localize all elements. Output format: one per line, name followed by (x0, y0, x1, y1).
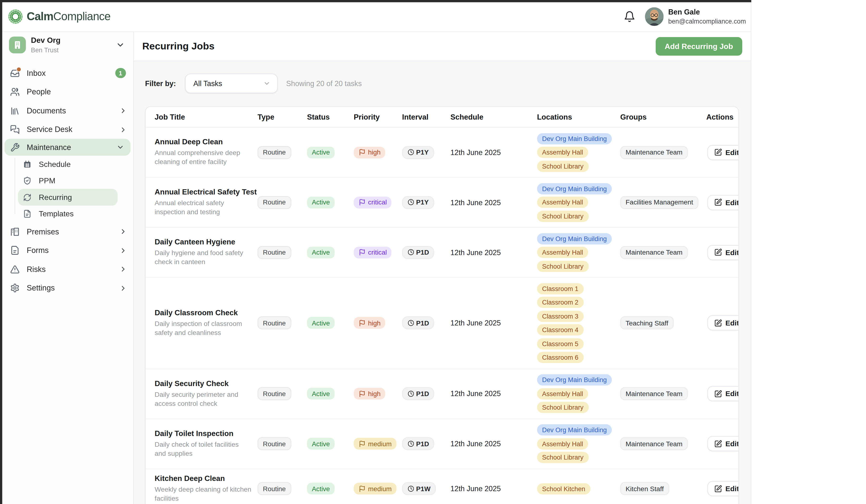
column-header-groups: Groups (620, 113, 706, 121)
job-title-cell: Daily Toilet Inspection Daily check of t… (155, 429, 258, 458)
sidebar-item-maintenance[interactable]: Maintenance (4, 139, 130, 156)
sidebar-item-premises[interactable]: Premises (2, 222, 133, 241)
chevron-down-icon (263, 80, 270, 87)
edit-button[interactable]: Edit (707, 195, 739, 210)
locations-cell: Dev Org Main BuildingAssembly HallSchool… (537, 183, 620, 221)
group-badge: Maintenance Team (620, 146, 688, 159)
job-description: Daily hygiene and food safety check in c… (155, 249, 252, 267)
location-chip: Dev Org Main Building (537, 233, 612, 244)
location-chip: Dev Org Main Building (537, 424, 612, 436)
status-badge: Active (307, 196, 335, 208)
sidebar-item-label: Risks (27, 265, 112, 273)
group-badge: Facilities Management (620, 196, 699, 209)
chat-icon-wrap (10, 125, 20, 134)
job-title: Annual Electrical Safety Test (155, 188, 258, 196)
people-icon (10, 87, 20, 97)
user-avatar[interactable] (645, 7, 664, 26)
chat-icon (10, 125, 20, 134)
app-logo[interactable]: CalmCompliance (7, 9, 111, 25)
sidebar-item-forms[interactable]: Forms (2, 241, 133, 260)
location-chip: School Library (537, 261, 588, 272)
edit-button[interactable]: Edit (707, 386, 739, 401)
calendar-icon-wrap (23, 160, 31, 168)
task-filter-select[interactable]: All Tasks (185, 74, 278, 93)
column-header-status: Status (307, 113, 354, 121)
org-name: Dev Org (31, 37, 110, 45)
add-recurring-job-button[interactable]: Add Recurring Job (656, 37, 742, 55)
table-row-annual-deep-clean: Annual Deep Clean Annual comprehensive d… (146, 128, 738, 177)
priority-badge: critical (354, 246, 392, 258)
flag-icon (358, 485, 365, 492)
flag-icon (358, 390, 365, 397)
page-title: Recurring Jobs (142, 40, 214, 52)
window-frame-top (0, 0, 751, 2)
sidebar-item-label: People (27, 88, 128, 96)
locations-cell: Dev Org Main BuildingAssembly HallSchool… (537, 374, 620, 413)
alert-triangle-icon-wrap (10, 265, 20, 274)
inbox-count-badge: 1 (115, 68, 126, 79)
flag-icon (358, 149, 365, 156)
user-email: ben@calmcompliance.com (668, 18, 746, 25)
user-name: Ben Gale (668, 8, 746, 16)
column-header-interval: Interval (402, 113, 451, 121)
edit-button[interactable]: Edit (707, 245, 739, 260)
schedule-date: 12th June 2025 (451, 484, 537, 493)
edit-button[interactable]: Edit (707, 481, 739, 496)
logo-swirl-icon (7, 9, 24, 25)
sidebar-item-settings[interactable]: Settings (2, 279, 133, 297)
file-icon (23, 210, 31, 218)
job-title: Daily Classroom Check (155, 308, 258, 317)
org-icon (9, 37, 26, 54)
interval-badge: P1Y (402, 196, 434, 209)
location-chip: Classroom 1 (537, 283, 584, 294)
sidebar-item-label: Forms (27, 246, 112, 255)
type-badge: Routine (258, 387, 291, 400)
wrench-icon (10, 142, 20, 152)
sidebar-subitem-recurring[interactable]: Recurring (18, 189, 118, 206)
location-chip: School Library (537, 402, 588, 413)
location-chip: Assembly Hall (537, 197, 588, 208)
sidebar-item-risks[interactable]: Risks (2, 260, 133, 279)
sidebar-item-documents[interactable]: Documents (2, 102, 133, 120)
status-badge: Active (307, 317, 335, 329)
job-description: Weekly deep cleaning of kitchen faciliti… (155, 485, 252, 503)
column-header-priority: Priority (354, 113, 402, 121)
filter-label: Filter by: (145, 79, 176, 88)
locations-cell: Dev Org Main BuildingAssembly HallSchool… (537, 233, 620, 272)
page-header: Recurring Jobs Add Recurring Job (133, 31, 751, 61)
clock-icon (407, 199, 414, 205)
org-switcher[interactable]: Dev Org Ben Trust (2, 31, 133, 59)
edit-button[interactable]: Edit (707, 316, 739, 331)
sidebar-item-service-desk[interactable]: Service Desk (2, 120, 133, 139)
status-badge: Active (307, 246, 335, 258)
type-badge: Routine (258, 482, 291, 495)
location-chip: Assembly Hall (537, 247, 588, 258)
priority-badge: high (354, 147, 386, 158)
job-description: Annual electrical safety inspection and … (155, 199, 252, 217)
sidebar-subitem-label: Recurring (39, 193, 72, 202)
gear-icon (10, 283, 20, 293)
column-header-locations: Locations (537, 113, 620, 121)
sidebar-item-people[interactable]: People (2, 82, 133, 101)
edit-button[interactable]: Edit (707, 436, 739, 451)
type-badge: Routine (258, 317, 291, 329)
location-chip: School Kitchen (537, 483, 590, 494)
chevron-right-icon (119, 247, 127, 254)
top-header: CalmCompliance Ben Gale ben@calmcomplian… (2, 2, 751, 32)
edit-icon (714, 485, 722, 493)
job-title-cell: Annual Deep Clean Annual comprehensive d… (155, 138, 258, 167)
sidebar-item-inbox[interactable]: Inbox1 (2, 64, 133, 82)
sidebar-subitem-schedule[interactable]: Schedule (2, 156, 133, 173)
sidebar-subitem-ppm[interactable]: PPM (2, 173, 133, 189)
edit-button[interactable]: Edit (707, 145, 739, 160)
table-row-kitchen-deep-clean: Kitchen Deep Clean Weekly deep cleaning … (146, 468, 738, 504)
priority-badge: medium (354, 438, 397, 449)
sidebar-subitem-templates[interactable]: Templates (2, 206, 133, 222)
clock-icon (407, 485, 414, 492)
sidebar-item-label: Premises (27, 228, 112, 236)
bell-icon[interactable] (624, 11, 636, 23)
status-badge: Active (307, 147, 335, 158)
schedule-date: 12th June 2025 (451, 148, 537, 157)
job-description: Daily inspection of classroom safety and… (155, 320, 252, 337)
job-title-cell: Daily Classroom Check Daily inspection o… (155, 308, 258, 337)
